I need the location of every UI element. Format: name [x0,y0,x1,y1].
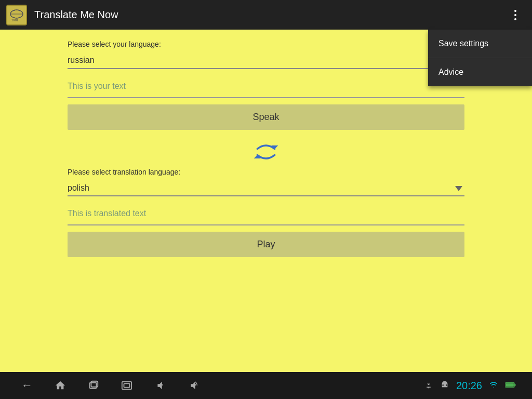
battery-icon [505,380,516,392]
notification-icon [440,380,450,392]
svg-text:1987: 1987 [11,19,19,22]
speak-button[interactable]: Speak [68,104,464,130]
target-lang-select-container: polish english russian german french [68,180,464,196]
svg-rect-9 [124,383,130,387]
overflow-menu-button[interactable] [507,5,524,25]
source-text-container: This is your text [68,77,464,98]
system-clock: 20:26 [456,380,482,392]
overflow-dot [514,14,516,16]
svg-point-10 [428,388,429,389]
volume-up-button[interactable] [182,374,205,397]
menu-item-advice[interactable]: Advice [428,58,532,86]
target-text-placeholder: This is translated text [68,205,464,225]
status-bar-right: 20:26 [424,380,516,392]
back-button[interactable]: ← [16,374,38,397]
wifi-icon [488,380,499,391]
source-lang-input[interactable] [68,52,464,69]
svg-rect-17 [506,383,514,387]
play-button[interactable]: Play [68,232,464,257]
app-title: Translate Me Now [34,9,507,21]
dropdown-menu: Save settings Advice [428,30,532,86]
screenshot-button[interactable] [115,374,138,397]
overflow-dot [514,10,516,12]
svg-point-14 [446,384,447,386]
target-text-container: This is translated text [68,205,464,225]
usb-icon [424,380,433,392]
volume-down-button[interactable] [149,374,171,397]
source-text-placeholder[interactable]: This is your text [68,77,464,98]
svg-point-13 [442,384,444,386]
menu-item-save-settings[interactable]: Save settings [428,30,532,58]
home-button[interactable] [49,374,72,397]
svg-rect-16 [514,383,515,386]
svg-rect-8 [122,382,131,390]
target-lang-select[interactable]: polish english russian german french [68,180,464,196]
app-bar: 1987 Translate Me Now [0,0,532,30]
bottom-nav-bar: ← 20:26 [0,372,532,399]
target-lang-label: Please select translation language: [68,168,464,176]
swap-container [68,140,464,164]
app-icon: 1987 [6,5,27,25]
nav-icons-left: ← [16,374,205,397]
swap-icon[interactable] [253,140,279,164]
recents-button[interactable] [82,374,105,397]
source-lang-label: Please select your language: [68,40,464,48]
overflow-dot [514,18,516,20]
